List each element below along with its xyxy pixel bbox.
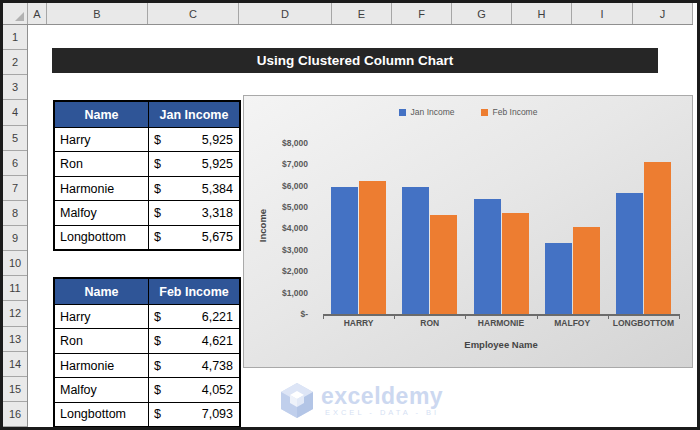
bar-jan-income-harry[interactable]: [331, 187, 358, 314]
table-header-row: NameFeb Income: [55, 279, 239, 304]
row-header-3[interactable]: 3: [3, 75, 27, 100]
amount-value: 6,221: [202, 310, 233, 324]
currency-symbol: $: [154, 157, 161, 171]
legend-item-jan-income[interactable]: Jan Income: [399, 107, 455, 117]
watermark-brand: exceldemy: [321, 385, 443, 408]
name-column-header[interactable]: Name: [55, 279, 148, 304]
column-header-e[interactable]: E: [332, 3, 392, 24]
jan-income-swatch-icon: [399, 109, 406, 116]
y-axis-tick-label: $4,000: [246, 223, 308, 233]
name-cell[interactable]: Malfoy: [55, 378, 148, 401]
table-header-row: NameJan Income: [55, 102, 239, 127]
income-cell[interactable]: $3,318: [148, 201, 239, 224]
select-all-corner[interactable]: [3, 3, 28, 24]
income-cell[interactable]: $5,925: [148, 128, 239, 151]
column-header-a[interactable]: A: [28, 3, 47, 24]
bar-feb-income-harmonie[interactable]: [502, 213, 529, 314]
y-axis-tick-label: $6,000: [246, 181, 308, 191]
row-header-strip: 12345678910111213141516: [3, 25, 28, 427]
income-cell[interactable]: $4,738: [148, 354, 239, 377]
row-header-5[interactable]: 5: [3, 126, 27, 151]
row-header-2[interactable]: 2: [3, 50, 27, 75]
bar-feb-income-ron[interactable]: [430, 215, 457, 314]
amount-value: 4,052: [202, 383, 233, 397]
bar-jan-income-harmonie[interactable]: [474, 199, 501, 314]
x-axis-line: [323, 314, 679, 316]
income-cell[interactable]: $6,221: [148, 305, 239, 328]
feb-income-swatch-icon: [481, 109, 488, 116]
watermark-tagline: EXCEL - DATA - BI: [321, 409, 443, 417]
row-header-9[interactable]: 9: [3, 226, 27, 251]
name-cell[interactable]: Harry: [55, 305, 148, 328]
row-header-1[interactable]: 1: [3, 25, 27, 50]
income-cell[interactable]: $5,384: [148, 177, 239, 200]
column-header-h[interactable]: H: [512, 3, 572, 24]
row-header-13[interactable]: 13: [3, 327, 27, 352]
income-cell[interactable]: $4,621: [148, 329, 239, 352]
name-cell[interactable]: Harry: [55, 128, 148, 151]
row-header-16[interactable]: 16: [3, 402, 27, 427]
clustered-column-chart[interactable]: Jan Income Feb Income Income Employee Na…: [243, 95, 693, 368]
column-header-j[interactable]: J: [633, 3, 693, 24]
table-row: Longbottom$7,093: [55, 402, 239, 426]
row-header-11[interactable]: 11: [3, 276, 27, 301]
column-header-i[interactable]: I: [572, 3, 633, 24]
bar-jan-income-malfoy[interactable]: [545, 243, 572, 314]
table-row: Malfoy$3,318: [55, 200, 239, 224]
jan-income-table: NameJan IncomeHarry$5,925Ron$5,925Harmon…: [53, 100, 241, 251]
name-cell[interactable]: Longbottom: [55, 403, 148, 426]
y-axis-tick-label: $1,000: [246, 288, 308, 298]
category-label-harry: HARRY: [323, 318, 395, 328]
income-column-header[interactable]: Feb Income: [148, 279, 239, 304]
row-header-15[interactable]: 15: [3, 377, 27, 402]
bar-jan-income-ron[interactable]: [402, 187, 429, 314]
column-header-f[interactable]: F: [392, 3, 452, 24]
amount-value: 4,738: [202, 359, 233, 373]
name-cell[interactable]: Malfoy: [55, 201, 148, 224]
category-label-ron: RON: [394, 318, 466, 328]
table-row: Ron$5,925: [55, 151, 239, 175]
name-cell[interactable]: Ron: [55, 329, 148, 352]
currency-symbol: $: [154, 310, 161, 324]
income-cell[interactable]: $7,093: [148, 403, 239, 426]
bar-feb-income-malfoy[interactable]: [573, 227, 600, 314]
amount-value: 4,621: [202, 334, 233, 348]
amount-value: 5,384: [202, 182, 233, 196]
column-header-g[interactable]: G: [452, 3, 512, 24]
name-cell[interactable]: Ron: [55, 152, 148, 175]
row-header-7[interactable]: 7: [3, 176, 27, 201]
select-all-triangle-icon: [15, 12, 24, 21]
income-cell[interactable]: $5,925: [148, 152, 239, 175]
row-header-6[interactable]: 6: [3, 151, 27, 176]
income-cell[interactable]: $4,052: [148, 378, 239, 401]
bar-jan-income-longbottom[interactable]: [616, 193, 643, 314]
column-header-c[interactable]: C: [148, 3, 239, 24]
amount-value: 5,675: [202, 230, 233, 244]
row-header-10[interactable]: 10: [3, 251, 27, 276]
bar-feb-income-longbottom[interactable]: [644, 162, 671, 314]
row-header-12[interactable]: 12: [3, 301, 27, 326]
name-cell[interactable]: Harmonie: [55, 354, 148, 377]
name-cell[interactable]: Harmonie: [55, 177, 148, 200]
name-cell[interactable]: Longbottom: [55, 226, 148, 249]
y-axis-tick-label: $2,000: [246, 266, 308, 276]
column-header-d[interactable]: D: [239, 3, 332, 24]
row-header-8[interactable]: 8: [3, 201, 27, 226]
income-cell[interactable]: $5,675: [148, 226, 239, 249]
y-axis-tick-label: $-: [246, 309, 308, 319]
row-header-4[interactable]: 4: [3, 100, 27, 125]
row-header-14[interactable]: 14: [3, 352, 27, 377]
excel-window: ABCDEFGHIJ 12345678910111213141516 Using…: [0, 0, 700, 430]
name-column-header[interactable]: Name: [55, 102, 148, 127]
currency-symbol: $: [154, 359, 161, 373]
title-banner[interactable]: Using Clustered Column Chart: [52, 48, 658, 73]
bar-feb-income-harry[interactable]: [359, 181, 386, 314]
currency-symbol: $: [154, 206, 161, 220]
legend-item-feb-income[interactable]: Feb Income: [481, 107, 538, 117]
amount-value: 5,925: [202, 133, 233, 147]
legend-label: Feb Income: [493, 107, 538, 117]
y-axis-tick-label: $3,000: [246, 245, 308, 255]
income-column-header[interactable]: Jan Income: [148, 102, 239, 127]
currency-symbol: $: [154, 182, 161, 196]
column-header-b[interactable]: B: [47, 3, 148, 24]
